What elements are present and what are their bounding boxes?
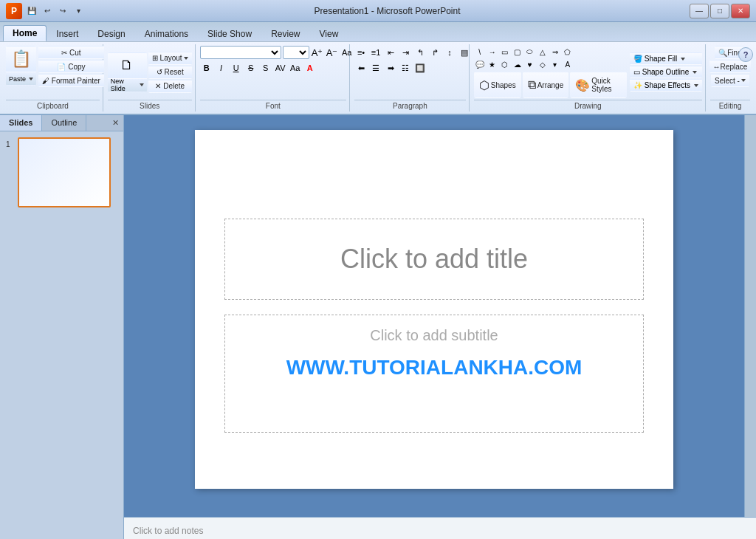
paste-split-button[interactable]: 📋 Paste	[6, 46, 36, 86]
tab-slideshow[interactable]: Slide Show	[198, 25, 261, 41]
line-spacing-button[interactable]: ↕	[443, 46, 456, 59]
quick-styles-button[interactable]: 🎨 Quick Styles	[570, 72, 627, 98]
shape-more[interactable]: ▾	[549, 58, 561, 70]
align-justify-button[interactable]: ☷	[399, 61, 412, 75]
drawing-label: Drawing	[474, 100, 702, 110]
title-placeholder-text[interactable]: Click to add title	[340, 244, 528, 275]
close-button[interactable]: ✕	[731, 4, 750, 18]
font-controls: A⁺ A⁻ Aa B I U S S AV Aa A	[200, 46, 346, 98]
tab-review[interactable]: Review	[261, 25, 309, 41]
paste-button-top[interactable]: 📋	[6, 46, 36, 72]
layout-button[interactable]: ⊞ Layout	[148, 52, 192, 65]
paste-button-dropdown[interactable]: Paste	[6, 72, 36, 86]
columns-button[interactable]: ▤	[458, 46, 471, 59]
shape-pentagon[interactable]: ⬠	[562, 46, 574, 58]
arrange-button[interactable]: ⧉ Arrange	[523, 72, 569, 98]
quick-access-toolbar: 💾 ↩ ↪ ▾	[25, 4, 85, 18]
shape-heart[interactable]: ♥	[524, 58, 536, 70]
shape-oval[interactable]: ⬭	[524, 46, 536, 58]
select-button[interactable]: Select -	[711, 74, 749, 87]
shape-arrow[interactable]: →	[487, 46, 498, 58]
shape-rounded-rect[interactable]: ▢	[512, 46, 523, 58]
redo-button[interactable]: ↪	[56, 4, 69, 18]
help-button[interactable]: ?	[738, 47, 753, 62]
shape-rtarrow[interactable]: ⇒	[549, 46, 561, 58]
decrease-indent-button[interactable]: ⇤	[384, 46, 397, 59]
slide-number-1: 1	[6, 137, 15, 148]
undo-button[interactable]: ↩	[41, 4, 54, 18]
font-name-select[interactable]	[200, 46, 281, 59]
customize-qa-button[interactable]: ▾	[72, 4, 85, 18]
delete-button[interactable]: ✕ Delete	[148, 80, 192, 93]
maximize-button[interactable]: □	[710, 4, 729, 18]
tab-design[interactable]: Design	[88, 25, 134, 41]
save-button[interactable]: 💾	[25, 4, 38, 18]
align-left-button[interactable]: ⬅	[354, 61, 368, 75]
subtitle-placeholder-text[interactable]: Click to add subtitle	[370, 327, 498, 344]
tab-insert[interactable]: Insert	[47, 25, 88, 41]
bold-button[interactable]: B	[200, 61, 213, 75]
minimize-button[interactable]: —	[690, 4, 709, 18]
shape-callout[interactable]: 💬	[474, 58, 486, 70]
font-color-button[interactable]: A	[303, 61, 317, 75]
slide-canvas[interactable]: Click to add title Click to add subtitle…	[195, 130, 673, 489]
panel-tabs: Slides Outline ✕	[0, 115, 123, 131]
ltr-button[interactable]: ↱	[428, 46, 441, 59]
increase-indent-button[interactable]: ⇥	[399, 46, 412, 59]
shape-text[interactable]: A	[562, 58, 574, 70]
shadow-button[interactable]: S	[259, 61, 272, 75]
shape-cube[interactable]: ⬡	[499, 58, 511, 70]
shape-rect[interactable]: ▭	[499, 46, 511, 58]
shape-cloud[interactable]: ☁	[512, 58, 523, 70]
smart-art-button[interactable]: 🔲	[413, 61, 427, 75]
app-logo: P	[6, 3, 22, 19]
shape-effects-button[interactable]: ✨ Shape Effects	[630, 79, 702, 92]
align-center-button[interactable]: ☰	[369, 61, 382, 75]
new-slide-top[interactable]: 🗋	[108, 52, 147, 79]
new-slide-dropdown[interactable]: New Slide	[108, 79, 147, 92]
clipboard-label: Clipboard	[6, 100, 100, 110]
notes-area[interactable]: Click to add notes	[124, 517, 756, 539]
italic-button[interactable]: I	[215, 61, 228, 75]
new-slide-split[interactable]: 🗋 New Slide	[108, 52, 147, 92]
title-placeholder[interactable]: Click to add title	[224, 219, 644, 300]
increase-font-button[interactable]: A⁺	[311, 46, 324, 59]
tab-home[interactable]: Home	[3, 25, 47, 41]
slides-label: Slides	[108, 100, 192, 110]
shape-line[interactable]: \	[474, 46, 486, 58]
tab-animations[interactable]: Animations	[135, 25, 198, 41]
slide-thumbnail-1[interactable]: 1	[6, 137, 117, 207]
shape-diamond[interactable]: ◇	[537, 58, 549, 70]
align-right-button[interactable]: ➡	[384, 61, 397, 75]
tab-slides[interactable]: Slides	[0, 115, 42, 131]
clipboard-buttons: 📋 Paste ✂ Cut 📄 Copy 🖌 Format Painter	[6, 46, 100, 98]
subtitle-placeholder[interactable]: Click to add subtitle WWW.TUTORIALANKHA.…	[224, 315, 644, 433]
bullets-button[interactable]: ≡•	[354, 46, 368, 59]
tab-view[interactable]: View	[310, 25, 348, 41]
shape-star[interactable]: ★	[487, 58, 498, 70]
font-size-select[interactable]	[283, 46, 309, 59]
reset-button[interactable]: ↺ Reset	[148, 66, 192, 79]
paragraph-controls: ≡• ≡1 ⇤ ⇥ ↰ ↱ ↕ ▤ ⬅ ☰ ➡ ☷ 🔲	[354, 46, 466, 98]
shape-outline-button[interactable]: ▭ Shape Outline	[630, 66, 702, 78]
decrease-font-button[interactable]: A⁻	[326, 46, 339, 59]
strikethrough-button[interactable]: S	[244, 61, 258, 75]
shape-fill-button[interactable]: 🪣 Shape Fill	[630, 52, 702, 65]
char-space-button[interactable]: AV	[274, 61, 287, 75]
shape-triangle[interactable]: △	[537, 46, 549, 58]
cut-button[interactable]: ✂ Cut	[38, 46, 104, 59]
underline-button[interactable]: U	[230, 61, 243, 75]
tab-outline[interactable]: Outline	[42, 115, 86, 131]
drawing-group: \ → ▭ ▢ ⬭ △ ⇒ ⬠ 💬 ★ ⬡ ☁ ♥ ◇ ▾	[471, 44, 706, 111]
change-case-button[interactable]: Aa	[289, 61, 302, 75]
format-painter-button[interactable]: 🖌 Format Painter	[38, 74, 104, 87]
shapes-button[interactable]: ⬡ Shapes	[474, 72, 521, 98]
panel-close-button[interactable]: ✕	[108, 115, 123, 131]
numbering-button[interactable]: ≡1	[369, 46, 382, 59]
vertical-scrollbar[interactable]	[744, 115, 756, 517]
rtl-button[interactable]: ↰	[413, 46, 427, 59]
slide-thumb-1[interactable]	[18, 137, 111, 207]
main-area: Slides Outline ✕ 1 Click to add title	[0, 115, 756, 539]
copy-button[interactable]: 📄 Copy	[38, 60, 104, 73]
slide-thumbnails[interactable]: 1	[0, 131, 123, 539]
